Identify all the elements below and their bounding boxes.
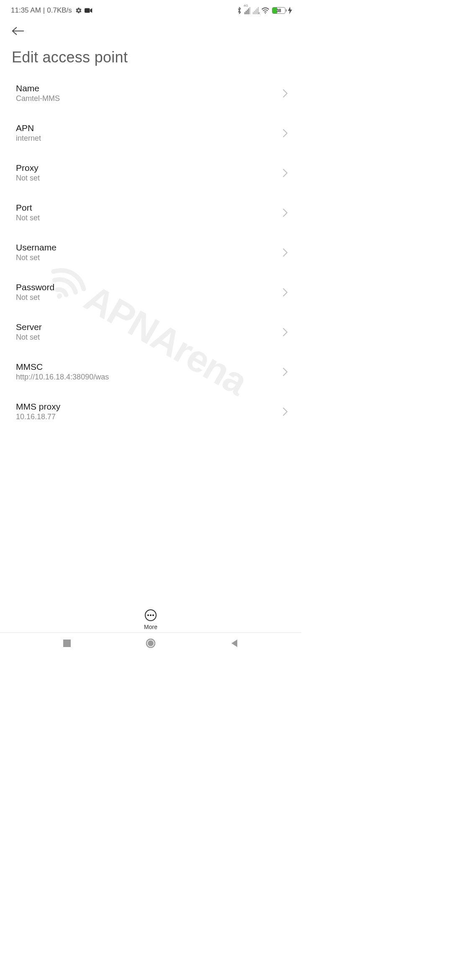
setting-text: Username Not set xyxy=(16,242,56,262)
setting-value: Camtel-MMS xyxy=(16,94,60,103)
nav-home-button[interactable] xyxy=(144,637,157,650)
setting-item-mms-proxy[interactable]: MMS proxy 10.16.18.77 xyxy=(0,392,301,431)
triangle-left-icon xyxy=(231,639,238,647)
setting-text: Proxy Not set xyxy=(16,163,40,183)
signal-4g-icon: 4G xyxy=(244,7,250,14)
setting-label: Name xyxy=(16,83,60,93)
nav-back-button[interactable] xyxy=(228,637,241,650)
chevron-right-icon xyxy=(282,248,288,257)
setting-label: Password xyxy=(16,282,54,292)
battery-icon: 38 xyxy=(272,7,285,14)
camera-icon xyxy=(85,8,92,13)
setting-value: internet xyxy=(16,134,41,143)
setting-label: Server xyxy=(16,322,42,332)
back-button[interactable] xyxy=(12,22,30,40)
more-icon xyxy=(145,609,157,621)
setting-label: Username xyxy=(16,242,56,253)
square-icon xyxy=(63,640,71,647)
setting-text: APN internet xyxy=(16,123,41,143)
header: Edit access point xyxy=(0,18,301,66)
setting-item-server[interactable]: Server Not set xyxy=(0,312,301,352)
setting-value: 10.16.18.77 xyxy=(16,413,60,421)
charging-icon xyxy=(288,7,292,14)
setting-item-mmsc[interactable]: MMSC http://10.16.18.4:38090/was xyxy=(0,352,301,392)
setting-label: Proxy xyxy=(16,163,40,173)
more-action[interactable]: More xyxy=(0,609,301,630)
chevron-right-icon xyxy=(282,208,288,217)
chevron-right-icon xyxy=(282,89,288,98)
svg-point-1 xyxy=(265,13,266,14)
chevron-right-icon xyxy=(282,367,288,377)
chevron-right-icon xyxy=(282,129,288,138)
page-title: Edit access point xyxy=(12,49,290,66)
chevron-right-icon xyxy=(282,328,288,337)
svg-point-6 xyxy=(148,640,154,646)
arrow-left-icon xyxy=(12,26,25,36)
more-label: More xyxy=(144,624,157,630)
setting-text: Name Camtel-MMS xyxy=(16,83,60,103)
bluetooth-icon xyxy=(237,7,242,14)
setting-label: APN xyxy=(16,123,41,133)
chevron-right-icon xyxy=(282,407,288,416)
setting-value: Not set xyxy=(16,333,42,342)
setting-label: MMSC xyxy=(16,362,109,372)
status-time: 11:35 AM xyxy=(11,6,41,15)
setting-text: MMS proxy 10.16.18.77 xyxy=(16,402,60,421)
status-separator: | xyxy=(43,6,45,15)
setting-item-proxy[interactable]: Proxy Not set xyxy=(0,153,301,193)
setting-value: Not set xyxy=(16,174,40,183)
setting-text: Server Not set xyxy=(16,322,42,342)
status-network-speed: 0.7KB/s xyxy=(47,6,72,15)
settings-list: Name Camtel-MMS APN internet Proxy Not s… xyxy=(0,73,301,431)
setting-item-name[interactable]: Name Camtel-MMS xyxy=(0,73,301,113)
setting-item-apn[interactable]: APN internet xyxy=(0,113,301,153)
chevron-right-icon xyxy=(282,288,288,297)
navigation-bar xyxy=(0,632,301,653)
setting-item-username[interactable]: Username Not set xyxy=(0,232,301,272)
setting-label: MMS proxy xyxy=(16,402,60,412)
wifi-icon xyxy=(261,7,270,14)
circle-icon xyxy=(146,638,156,648)
status-right: 4G ✕ 38 xyxy=(237,7,292,14)
setting-item-password[interactable]: Password Not set xyxy=(0,272,301,312)
setting-text: MMSC http://10.16.18.4:38090/was xyxy=(16,362,109,382)
signal-no-sim-icon: ✕ xyxy=(253,7,259,14)
nav-recent-button[interactable] xyxy=(61,637,73,650)
setting-item-port[interactable]: Port Not set xyxy=(0,193,301,232)
setting-value: Not set xyxy=(16,214,40,222)
settings-icon xyxy=(75,7,82,14)
setting-value: Not set xyxy=(16,253,56,262)
svg-rect-4 xyxy=(63,640,71,647)
status-left: 11:35 AM | 0.7KB/s xyxy=(11,6,92,15)
setting-value: Not set xyxy=(16,293,54,302)
svg-rect-0 xyxy=(85,8,90,13)
setting-text: Port Not set xyxy=(16,203,40,222)
chevron-right-icon xyxy=(282,168,288,178)
status-bar: 11:35 AM | 0.7KB/s 4G ✕ xyxy=(0,0,301,18)
setting-text: Password Not set xyxy=(16,282,54,302)
setting-label: Port xyxy=(16,203,40,213)
setting-value: http://10.16.18.4:38090/was xyxy=(16,373,109,382)
